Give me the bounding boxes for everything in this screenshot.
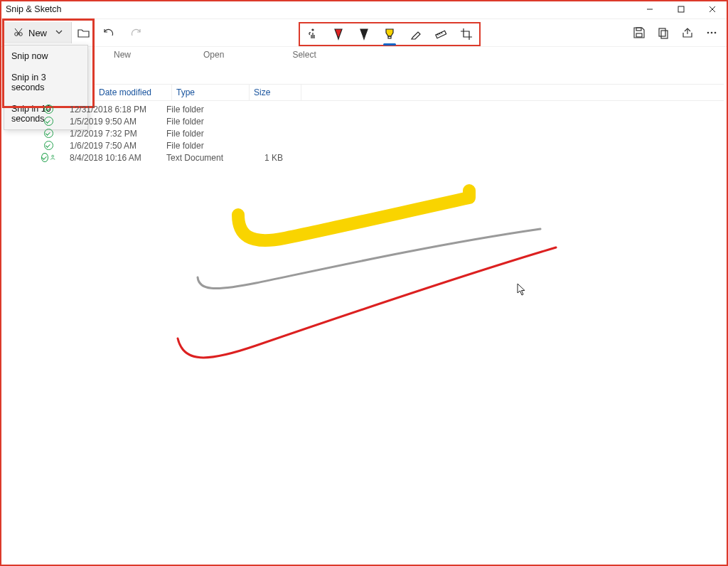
cell-date: 1/5/2019 9:50 AM (70, 117, 166, 127)
redo-button[interactable] (124, 22, 148, 43)
table-row[interactable]: 1/6/2019 7:50 AM File folder (41, 139, 283, 151)
copy-button[interactable] (651, 22, 675, 43)
svg-point-19 (714, 32, 717, 34)
cell-date: 1/2/2019 7:32 PM (70, 129, 166, 139)
window-maximize-button[interactable] (665, 0, 697, 18)
svg-line-10 (439, 33, 440, 35)
cell-date: 1/6/2019 7:50 AM (70, 141, 166, 151)
annotation-toolbar (299, 22, 481, 46)
cursor-icon (517, 283, 527, 299)
cell-type: Text Document (166, 153, 240, 163)
undo-button[interactable] (97, 22, 121, 43)
more-button[interactable] (700, 22, 724, 43)
share-button[interactable] (675, 22, 700, 43)
cell-type: File folder (166, 105, 240, 114)
pencil-button[interactable] (353, 24, 375, 44)
col-type[interactable]: Type (172, 85, 250, 100)
snip-3s-item[interactable]: Snip in 3 seconds (4, 67, 87, 98)
new-button-label: New (28, 28, 47, 38)
pencil-stroke (198, 229, 540, 289)
new-snip-button[interactable]: New (4, 22, 72, 43)
svg-line-9 (438, 34, 439, 36)
file-rows: 12/31/2018 6:18 PM File folder 1/5/2019 … (41, 103, 283, 164)
crop-button[interactable] (456, 24, 477, 44)
svg-rect-12 (636, 33, 642, 37)
snip-now-item[interactable]: Snip now (4, 46, 87, 67)
cell-type: File folder (166, 117, 240, 127)
cell-date: 12/31/2018 6:18 PM (70, 105, 166, 114)
cell-size: 1 KB (240, 153, 283, 163)
ribbon-open-label: Open (196, 47, 231, 63)
ribbon-new-label: New (107, 47, 138, 63)
svg-line-11 (441, 32, 442, 33)
app-title: Snip & Sketch (6, 4, 62, 14)
svg-rect-8 (436, 31, 446, 38)
toolbar: New (0, 18, 728, 47)
status-icon (41, 129, 55, 138)
open-file-button[interactable] (72, 22, 96, 43)
ruler-button[interactable] (430, 24, 451, 44)
chevron-down-icon[interactable] (51, 28, 67, 38)
status-icon (41, 153, 55, 162)
window-titlebar: Snip & Sketch (0, 0, 728, 18)
status-icon (41, 117, 55, 126)
svg-rect-13 (636, 28, 641, 31)
ribbon-select-label: Select (285, 47, 323, 63)
col-size[interactable]: Size (250, 85, 301, 100)
col-date[interactable]: Date modified (95, 85, 172, 100)
highlighter-button[interactable] (379, 24, 400, 44)
save-button[interactable] (627, 22, 651, 43)
table-row[interactable]: 8/4/2018 10:16 AM Text Document 1 KB (41, 151, 283, 164)
table-row[interactable]: 12/31/2018 6:18 PM File folder (41, 103, 283, 115)
status-icon (41, 105, 55, 114)
svg-point-17 (707, 32, 710, 34)
window-close-button[interactable] (697, 0, 728, 18)
svg-rect-7 (388, 36, 391, 38)
touch-writing-button[interactable] (302, 24, 323, 44)
eraser-button[interactable] (405, 24, 426, 44)
svg-rect-1 (678, 6, 684, 12)
window-minimize-button[interactable] (634, 0, 665, 18)
svg-point-18 (711, 32, 713, 34)
status-icon (41, 141, 55, 150)
svg-point-6 (312, 29, 314, 31)
table-row[interactable]: 1/5/2019 9:50 AM File folder (41, 115, 283, 127)
cell-date: 8/4/2018 10:16 AM (70, 153, 166, 163)
cell-type: File folder (166, 129, 240, 139)
table-row[interactable]: 1/2/2019 7:32 PM File folder (41, 127, 283, 139)
highlighter-stroke (238, 191, 469, 240)
cell-type: File folder (166, 141, 240, 151)
svg-rect-14 (659, 28, 665, 36)
file-column-headers: Date modified Type Size (95, 84, 724, 101)
active-tool-indicator (383, 43, 396, 46)
svg-point-20 (51, 155, 53, 157)
new-icon (13, 26, 24, 40)
pen-stroke (178, 247, 556, 358)
ballpoint-pen-button[interactable] (328, 24, 349, 44)
svg-rect-15 (661, 31, 668, 38)
